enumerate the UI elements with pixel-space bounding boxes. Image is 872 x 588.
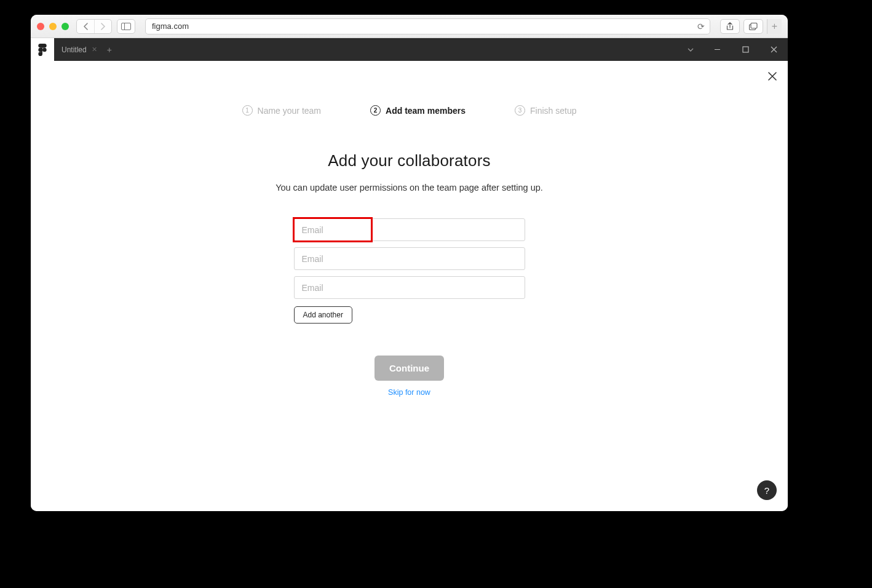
- back-button[interactable]: [77, 20, 94, 33]
- figma-logo-icon: [38, 44, 47, 56]
- modal-content: 1 Name your team 2 Add team members 3 Fi…: [31, 61, 788, 511]
- figma-logo[interactable]: [31, 38, 54, 61]
- collaborators-form: Add your collaborators You can update us…: [31, 151, 788, 397]
- document-tab[interactable]: Untitled ✕: [61, 46, 97, 54]
- toolbar-right: +: [720, 19, 782, 34]
- url-bar[interactable]: figma.com ⟳: [145, 18, 710, 34]
- email-input-3[interactable]: [294, 276, 525, 299]
- sidebar-toggle[interactable]: [117, 19, 135, 34]
- form-subheading: You can update user permissions on the t…: [275, 183, 543, 193]
- modal-close-button[interactable]: [768, 71, 777, 84]
- tabs-button[interactable]: [743, 19, 763, 34]
- help-icon: ?: [764, 485, 769, 496]
- window-zoom-dot[interactable]: [61, 23, 69, 30]
- close-icon: [768, 72, 777, 81]
- url-text: figma.com: [152, 22, 189, 31]
- window-close-dot[interactable]: [37, 23, 44, 30]
- app-titlebar: Untitled ✕ +: [31, 38, 788, 61]
- svg-rect-6: [743, 47, 748, 52]
- step-3-label: Finish setup: [530, 106, 576, 116]
- menu-chevron-button[interactable]: [678, 38, 703, 61]
- form-heading: Add your collaborators: [328, 151, 491, 170]
- skip-link[interactable]: Skip for now: [388, 388, 430, 397]
- window-controls: [678, 38, 788, 61]
- tab-add-button[interactable]: +: [107, 45, 112, 55]
- svg-rect-0: [122, 23, 131, 30]
- add-another-button[interactable]: Add another: [294, 306, 352, 324]
- stepper: 1 Name your team 2 Add team members 3 Fi…: [31, 105, 788, 116]
- step-1-label: Name your team: [258, 106, 321, 116]
- forward-button[interactable]: [94, 20, 111, 33]
- maximize-icon: [742, 46, 749, 53]
- share-button[interactable]: [720, 19, 740, 34]
- document-tab-title: Untitled: [61, 46, 87, 54]
- svg-rect-3: [751, 23, 757, 28]
- traffic-lights: [37, 23, 69, 30]
- help-button[interactable]: ?: [757, 480, 777, 500]
- nav-buttons: [76, 19, 112, 34]
- browser-toolbar: figma.com ⟳ +: [31, 15, 788, 38]
- chevron-down-icon: [688, 48, 694, 52]
- chevron-left-icon: [83, 23, 89, 30]
- window-minimize-dot[interactable]: [49, 23, 57, 30]
- app-maximize-button[interactable]: [731, 38, 759, 61]
- close-icon: [771, 46, 777, 53]
- step-add-members: 2 Add team members: [370, 105, 466, 116]
- sidebar-icon: [121, 23, 131, 30]
- step-2-label: Add team members: [386, 106, 466, 116]
- app-minimize-button[interactable]: [703, 38, 731, 61]
- email-input-2[interactable]: [294, 247, 525, 270]
- step-finish-setup: 3 Finish setup: [515, 105, 576, 116]
- minimize-icon: [714, 46, 721, 53]
- chevron-right-icon: [100, 23, 106, 30]
- step-2-number: 2: [370, 105, 381, 116]
- refresh-icon[interactable]: ⟳: [697, 22, 705, 31]
- email-input-1[interactable]: [294, 218, 525, 241]
- step-1-number: 1: [242, 105, 253, 116]
- svg-point-4: [42, 47, 47, 52]
- step-name-team: 1 Name your team: [242, 105, 321, 116]
- share-icon: [726, 22, 734, 31]
- continue-button[interactable]: Continue: [375, 356, 444, 381]
- email-inputs: Add another: [294, 218, 525, 324]
- new-tab-button[interactable]: +: [767, 19, 782, 34]
- step-3-number: 3: [515, 105, 525, 116]
- app-close-button[interactable]: [759, 38, 788, 61]
- tabs-icon: [749, 23, 758, 30]
- browser-window: figma.com ⟳ + Untitled ✕: [31, 15, 788, 511]
- tab-close-icon[interactable]: ✕: [92, 46, 97, 54]
